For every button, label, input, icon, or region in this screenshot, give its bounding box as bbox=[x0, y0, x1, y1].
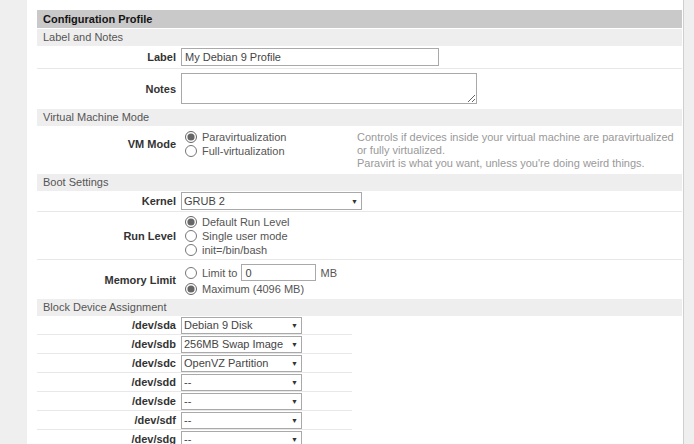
device-row-sda: /dev/sda Debian 9 Disk ▼ bbox=[37, 316, 352, 335]
device-label-sde: /dev/sde bbox=[37, 395, 181, 407]
vm-mode-option-label: Full-virtualization bbox=[202, 145, 285, 157]
memory-limit-row: Memory Limit Limit to MB Maximum (4096 M… bbox=[37, 260, 682, 298]
device-select-sdc[interactable]: OpenVZ Partition bbox=[181, 355, 302, 372]
section-header-label-and-notes: Label and Notes bbox=[37, 29, 682, 46]
run-level-radio-init-bash[interactable] bbox=[185, 244, 197, 256]
notes-field-label: Notes bbox=[37, 83, 181, 95]
label-row: Label bbox=[37, 46, 682, 69]
run-level-radio-single-user[interactable] bbox=[185, 230, 197, 242]
notes-row: Notes bbox=[37, 69, 682, 108]
label-input[interactable] bbox=[181, 48, 439, 66]
device-select-sdg[interactable]: -- bbox=[181, 431, 302, 444]
configuration-profile-form: Configuration Profile Label and Notes La… bbox=[37, 10, 682, 444]
device-label-sdc: /dev/sdc bbox=[37, 357, 181, 369]
device-select-sdf[interactable]: -- bbox=[181, 412, 302, 429]
vm-mode-help-line: Controls if devices inside your virtual … bbox=[357, 131, 682, 157]
device-row-sdc: /dev/sdc OpenVZ Partition ▼ bbox=[37, 354, 352, 373]
device-select-sdd[interactable]: -- bbox=[181, 374, 302, 391]
memory-limit-radio-maximum[interactable] bbox=[185, 283, 197, 295]
run-level-radio-default[interactable] bbox=[185, 216, 197, 228]
vm-mode-help-line: Paravirt is what you want, unless you're… bbox=[357, 157, 682, 170]
device-label-sdg: /dev/sdg bbox=[37, 433, 181, 444]
device-row-sdd: /dev/sdd -- ▼ bbox=[37, 373, 352, 392]
run-level-option-label: Single user mode bbox=[202, 230, 288, 242]
device-row-sdg: /dev/sdg -- ▼ bbox=[37, 430, 352, 444]
section-header-boot-settings: Boot Settings bbox=[37, 174, 682, 191]
kernel-row: Kernel GRUB 2 ▼ bbox=[37, 191, 682, 212]
device-row-sdb: /dev/sdb 256MB Swap Image ▼ bbox=[37, 335, 352, 354]
run-level-row: Run Level Default Run Level Single user … bbox=[37, 212, 682, 260]
vm-mode-row: VM Mode Paravirtualization Full-virtuali… bbox=[37, 126, 682, 173]
page-left-gutter bbox=[0, 0, 27, 444]
vm-mode-label: VM Mode bbox=[37, 130, 181, 150]
device-label-sdd: /dev/sdd bbox=[37, 376, 181, 388]
page-title: Configuration Profile bbox=[37, 10, 682, 28]
vm-mode-option-label: Paravirtualization bbox=[202, 131, 286, 143]
device-row-sde: /dev/sde -- ▼ bbox=[37, 392, 352, 411]
vm-mode-radio-paravirtualization[interactable] bbox=[185, 131, 197, 143]
memory-limit-option-label: Maximum (4096 MB) bbox=[202, 283, 304, 295]
run-level-option-label: init=/bin/bash bbox=[202, 244, 267, 256]
memory-limit-label: Memory Limit bbox=[37, 274, 181, 286]
section-header-block-device-assignment: Block Device Assignment bbox=[37, 299, 682, 316]
vm-mode-radio-full-virtualization[interactable] bbox=[185, 145, 197, 157]
device-row-sdf: /dev/sdf -- ▼ bbox=[37, 411, 352, 430]
memory-limit-unit: MB bbox=[320, 267, 337, 279]
device-label-sdb: /dev/sdb bbox=[37, 338, 181, 350]
kernel-select[interactable]: GRUB 2 bbox=[181, 192, 362, 210]
section-header-virtual-machine-mode: Virtual Machine Mode bbox=[37, 109, 682, 126]
device-label-sda: /dev/sda bbox=[37, 319, 181, 331]
notes-textarea[interactable] bbox=[181, 73, 477, 104]
vm-mode-help-text: Controls if devices inside your virtual … bbox=[357, 130, 682, 170]
device-select-sda[interactable]: Debian 9 Disk bbox=[181, 317, 302, 334]
kernel-label: Kernel bbox=[37, 195, 181, 207]
page-right-gutter bbox=[683, 0, 694, 444]
label-field-label: Label bbox=[37, 51, 181, 63]
device-select-sde[interactable]: -- bbox=[181, 393, 302, 410]
run-level-label: Run Level bbox=[37, 230, 181, 242]
memory-limit-input[interactable] bbox=[241, 264, 316, 281]
device-select-sdb[interactable]: 256MB Swap Image bbox=[181, 336, 302, 353]
memory-limit-option-label: Limit to bbox=[202, 267, 237, 279]
memory-limit-radio-limit-to[interactable] bbox=[185, 267, 197, 279]
device-label-sdf: /dev/sdf bbox=[37, 414, 181, 426]
run-level-option-label: Default Run Level bbox=[202, 216, 289, 228]
